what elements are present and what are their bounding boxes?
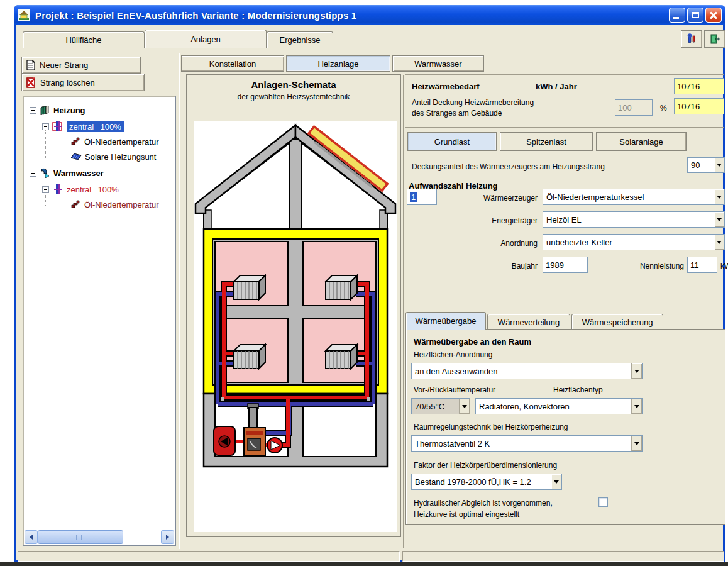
minimize-icon bbox=[673, 17, 679, 19]
percent-sign: % bbox=[660, 104, 667, 113]
tree-label: zentral 100% bbox=[67, 185, 119, 194]
dropdown-button[interactable] bbox=[714, 189, 724, 204]
tree-item-warmwasser[interactable]: Warmwasser bbox=[30, 167, 104, 179]
load-tab-spitzenlast[interactable]: Spitzenlast bbox=[500, 132, 593, 151]
tab-label: Ergebnisse bbox=[279, 35, 320, 45]
tab-anlagen[interactable]: Anlagen bbox=[145, 30, 267, 48]
placement-dropdown[interactable]: unbeheizter Keller bbox=[543, 234, 725, 250]
dropdown-value: 90 bbox=[688, 158, 714, 172]
scroll-right-icon bbox=[166, 535, 169, 540]
collapse-icon[interactable] bbox=[30, 170, 36, 177]
year-field[interactable]: 1989 bbox=[543, 257, 588, 273]
strand-icon bbox=[52, 121, 63, 131]
oversizing-factor-label: Faktor der Heizkörperüberdimensionierung bbox=[414, 461, 557, 470]
dropdown-button[interactable] bbox=[714, 158, 724, 172]
dropdown-button[interactable] bbox=[714, 212, 724, 227]
load-tab-grundlast[interactable]: Grundlast bbox=[407, 132, 497, 151]
coverage-percent-field[interactable]: 100 bbox=[615, 99, 653, 116]
surface-type-dropdown[interactable]: Radiatoren, Konvektoren bbox=[475, 398, 643, 414]
scroll-right-button[interactable] bbox=[161, 530, 174, 544]
new-strand-button[interactable]: Neuer Strang bbox=[21, 57, 141, 74]
surface-dropdown[interactable]: an den Aussenwänden bbox=[411, 363, 643, 379]
selected-text: 1 bbox=[410, 192, 417, 202]
exit-door-icon bbox=[709, 33, 720, 45]
oversizing-factor-dropdown[interactable]: Bestand 1978-2000 fÜ,HK = 1.2 bbox=[411, 474, 562, 490]
tab-label: Hüllfläche bbox=[65, 35, 101, 45]
collapse-icon[interactable] bbox=[42, 123, 49, 130]
transfer-tab-speicherung[interactable]: Wärmespeicherung bbox=[571, 314, 663, 330]
tree-label: Öl-Niedertemperatur bbox=[84, 200, 159, 209]
collapse-icon[interactable] bbox=[30, 107, 36, 114]
effort-index-field[interactable]: 1 bbox=[407, 189, 437, 205]
tree-item-ww-zentral[interactable]: zentral 100% bbox=[42, 183, 119, 196]
burner-icon bbox=[71, 200, 81, 209]
statusbar-cell-left bbox=[18, 551, 400, 562]
delete-strand-button[interactable]: Strang löschen bbox=[21, 74, 145, 91]
dropdown-button[interactable] bbox=[631, 436, 642, 451]
chimney bbox=[248, 404, 258, 430]
dropdown-value: Öl-Niedertemperaturkessel bbox=[543, 189, 714, 204]
panel-separator bbox=[179, 53, 180, 549]
chevron-down-icon bbox=[717, 218, 722, 221]
subtab-warmwasser[interactable]: Warmwasser bbox=[392, 55, 484, 72]
tree-horizontal-scrollbar[interactable] bbox=[25, 530, 174, 544]
coverage-label-line2: des Stranges am Gebäude bbox=[412, 109, 502, 118]
house-schema-diagram bbox=[195, 123, 396, 475]
transfer-tab-verteilung[interactable]: Wärmeverteilung bbox=[487, 314, 570, 330]
dropdown-value: Radiatoren, Konvektoren bbox=[476, 399, 631, 414]
settings-tools-button[interactable] bbox=[681, 30, 702, 48]
chevron-down-icon bbox=[717, 196, 722, 199]
power-field[interactable]: 11 bbox=[687, 257, 717, 273]
tree-item-heizung-zentral[interactable]: zentral 100% bbox=[42, 120, 124, 133]
collapse-icon[interactable] bbox=[42, 186, 49, 193]
exit-button[interactable] bbox=[704, 30, 725, 48]
schema-subtitle: der gewählten Heizsystemtechnik bbox=[186, 92, 401, 101]
tab-label: Wärmeverteilung bbox=[498, 318, 560, 327]
tree-item-heizung-kessel[interactable]: Öl-Niedertemperatur bbox=[71, 135, 159, 148]
tree-item-ww-kessel[interactable]: Öl-Niedertemperatur bbox=[71, 198, 159, 211]
generator-type-dropdown[interactable]: Öl-Niedertemperaturkessel bbox=[543, 189, 725, 205]
dropdown-button[interactable] bbox=[631, 363, 642, 379]
scroll-left-button[interactable] bbox=[25, 530, 38, 544]
panel-separator bbox=[403, 75, 404, 548]
power-label: Nennleistung bbox=[604, 262, 684, 270]
tree-item-heizung-solar[interactable]: Solare Heizungsunt bbox=[71, 150, 156, 163]
storage-tank bbox=[214, 426, 235, 455]
scrollbar-thumb[interactable] bbox=[38, 530, 123, 544]
dropdown-value: Bestand 1978-2000 fÜ,HK = 1.2 bbox=[412, 474, 551, 489]
minimize-button[interactable] bbox=[669, 8, 685, 23]
maximize-button[interactable] bbox=[687, 8, 703, 23]
hydraulic-checkbox[interactable] bbox=[598, 497, 608, 507]
section-separator bbox=[405, 74, 724, 75]
year-label: Baujahr bbox=[440, 262, 538, 270]
coverage-share-label: Deckungsanteil des Wärmeerzeugers am Hei… bbox=[412, 162, 605, 171]
chevron-down-icon bbox=[554, 480, 559, 484]
dropdown-button[interactable] bbox=[551, 474, 561, 489]
scrollbar-track[interactable] bbox=[123, 530, 161, 544]
close-button[interactable] bbox=[705, 8, 722, 23]
load-tab-solaranlage[interactable]: Solaranlage bbox=[596, 132, 687, 151]
coverage-value: 10716 bbox=[674, 98, 724, 114]
transfer-tab-uebergabe[interactable]: Wärmeübergabe bbox=[405, 312, 486, 330]
heat-demand-value: 10716 bbox=[674, 78, 724, 94]
dropdown-button[interactable] bbox=[631, 399, 642, 414]
tab-ergebnisse[interactable]: Ergebnisse bbox=[267, 31, 333, 48]
tree-label: Heizung bbox=[53, 106, 85, 115]
titlebar[interactable]: Projekt : Beispiel EnEV-Ausführlich Vari… bbox=[14, 5, 725, 25]
power-unit: kW bbox=[720, 262, 728, 270]
subtab-konstellation[interactable]: Konstellation bbox=[181, 55, 284, 72]
energy-carrier-dropdown[interactable]: Heizöl EL bbox=[543, 211, 725, 228]
dropdown-button[interactable] bbox=[459, 399, 470, 414]
tab-label: Anlagen bbox=[190, 35, 221, 44]
chevron-down-icon bbox=[717, 241, 722, 244]
dropdown-button[interactable] bbox=[714, 235, 724, 250]
tab-label: Wärmespeicherung bbox=[582, 318, 653, 327]
subtab-heizanlage[interactable]: Heizanlage bbox=[286, 55, 390, 72]
tab-huellflaeche[interactable]: Hüllfläche bbox=[23, 31, 145, 48]
button-label: Neuer Strang bbox=[40, 60, 88, 70]
screenshot-root: Projekt : Beispiel EnEV-Ausführlich Vari… bbox=[0, 0, 728, 566]
flow-temp-dropdown[interactable]: 70/55°C bbox=[411, 398, 470, 414]
tree-item-heizung[interactable]: Heizung bbox=[30, 104, 85, 116]
coverage-share-dropdown[interactable]: 90 bbox=[687, 157, 725, 173]
room-control-dropdown[interactable]: Thermostatventil 2 K bbox=[411, 435, 643, 452]
